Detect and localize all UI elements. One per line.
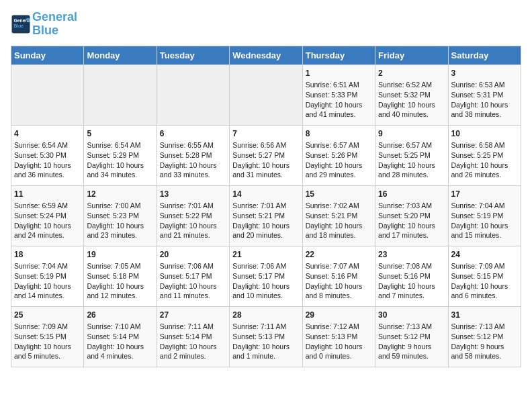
day-info: and 28 minutes.	[378, 170, 445, 180]
day-info: and 41 minutes.	[306, 109, 372, 120]
day-info: and 33 minutes.	[160, 170, 226, 180]
day-info: Sunrise: 7:06 AM	[160, 261, 226, 271]
day-info: Sunset: 5:25 PM	[378, 150, 445, 161]
week-row-3: 11Sunrise: 6:59 AMSunset: 5:24 PMDayligh…	[11, 185, 521, 246]
day-cell: 5Sunrise: 6:54 AMSunset: 5:29 PMDaylight…	[84, 125, 157, 185]
day-info: Sunrise: 6:58 AM	[451, 140, 518, 150]
day-info: and 12 minutes.	[87, 291, 153, 301]
day-info: Daylight: 10 hours	[378, 100, 445, 110]
day-info: Sunset: 5:32 PM	[378, 90, 445, 100]
day-number: 20	[160, 249, 226, 261]
day-info: Sunset: 5:12 PM	[378, 332, 445, 342]
day-info: Sunrise: 6:54 AM	[87, 140, 153, 150]
day-number: 21	[232, 249, 299, 261]
day-cell: 6Sunrise: 6:55 AMSunset: 5:28 PMDaylight…	[157, 125, 229, 185]
day-cell: 11Sunrise: 6:59 AMSunset: 5:24 PMDayligh…	[11, 185, 84, 246]
day-cell: 22Sunrise: 7:07 AMSunset: 5:16 PMDayligh…	[302, 246, 375, 306]
col-header-monday: Monday	[84, 46, 157, 64]
day-info: Daylight: 10 hours	[306, 221, 372, 231]
day-info: Sunset: 5:29 PM	[87, 150, 153, 161]
day-info: Sunset: 5:24 PM	[14, 211, 81, 221]
day-info: Sunset: 5:25 PM	[451, 150, 518, 161]
day-number: 4	[14, 128, 81, 140]
day-info: Sunrise: 7:09 AM	[451, 261, 518, 271]
day-info: and 58 minutes.	[451, 351, 518, 361]
day-cell: 2Sunrise: 6:52 AMSunset: 5:32 PMDaylight…	[375, 64, 448, 125]
day-info: Sunset: 5:13 PM	[232, 332, 299, 342]
day-cell: 25Sunrise: 7:09 AMSunset: 5:15 PMDayligh…	[11, 306, 84, 367]
day-cell: 29Sunrise: 7:12 AMSunset: 5:13 PMDayligh…	[302, 306, 375, 367]
day-cell: 15Sunrise: 7:02 AMSunset: 5:21 PMDayligh…	[302, 185, 375, 246]
day-info: Sunset: 5:33 PM	[306, 90, 372, 100]
day-cell	[230, 64, 302, 125]
day-number: 1	[306, 68, 372, 79]
day-info: Daylight: 10 hours	[232, 221, 299, 231]
day-number: 16	[378, 189, 445, 200]
day-info: and 5 minutes.	[14, 351, 81, 361]
day-info: Sunrise: 6:56 AM	[232, 140, 299, 150]
day-info: Sunrise: 7:12 AM	[306, 322, 372, 332]
day-info: Sunset: 5:14 PM	[160, 332, 226, 342]
day-cell: 9Sunrise: 6:57 AMSunset: 5:25 PMDaylight…	[375, 125, 448, 185]
logo-text: General Blue	[32, 11, 77, 38]
day-info: Sunset: 5:14 PM	[87, 332, 153, 342]
day-cell: 10Sunrise: 6:58 AMSunset: 5:25 PMDayligh…	[448, 125, 521, 185]
day-cell: 17Sunrise: 7:04 AMSunset: 5:19 PMDayligh…	[448, 185, 521, 246]
day-info: Sunset: 5:27 PM	[232, 150, 299, 161]
day-number: 15	[306, 189, 372, 200]
day-info: Sunrise: 6:52 AM	[378, 80, 445, 90]
day-cell: 19Sunrise: 7:05 AMSunset: 5:18 PMDayligh…	[84, 246, 157, 306]
day-info: and 2 minutes.	[160, 351, 226, 361]
logo-icon: General Blue	[11, 14, 31, 34]
day-info: Daylight: 10 hours	[87, 281, 153, 291]
day-cell: 3Sunrise: 6:53 AMSunset: 5:31 PMDaylight…	[448, 64, 521, 125]
day-number: 24	[451, 249, 518, 261]
day-info: and 23 minutes.	[87, 230, 153, 240]
day-info: Daylight: 10 hours	[14, 342, 81, 352]
calendar-table: SundayMondayTuesdayWednesdayThursdayFrid…	[11, 46, 521, 367]
day-info: Sunrise: 7:13 AM	[378, 322, 445, 332]
day-info: Sunset: 5:16 PM	[306, 271, 372, 281]
day-info: and 8 minutes.	[306, 291, 372, 301]
day-cell: 31Sunrise: 7:13 AMSunset: 5:12 PMDayligh…	[448, 306, 521, 367]
day-number: 31	[451, 310, 518, 321]
day-number: 3	[451, 68, 518, 79]
day-info: Sunrise: 6:51 AM	[306, 80, 372, 90]
day-number: 5	[87, 128, 153, 140]
day-cell: 27Sunrise: 7:11 AMSunset: 5:14 PMDayligh…	[157, 306, 229, 367]
day-cell: 23Sunrise: 7:08 AMSunset: 5:16 PMDayligh…	[375, 246, 448, 306]
col-header-thursday: Thursday	[302, 46, 375, 64]
day-info: Daylight: 10 hours	[451, 100, 518, 110]
day-info: Sunrise: 7:01 AM	[160, 201, 226, 211]
day-info: Sunset: 5:22 PM	[160, 211, 226, 221]
day-cell: 8Sunrise: 6:57 AMSunset: 5:26 PMDaylight…	[302, 125, 375, 185]
day-info: Sunset: 5:21 PM	[306, 211, 372, 221]
logo: General Blue General Blue	[11, 11, 77, 38]
day-number: 12	[87, 189, 153, 200]
week-row-5: 25Sunrise: 7:09 AMSunset: 5:15 PMDayligh…	[11, 306, 521, 367]
day-number: 17	[451, 189, 518, 200]
day-info: Sunset: 5:15 PM	[14, 332, 81, 342]
svg-text:Blue: Blue	[14, 23, 24, 28]
day-info: Sunrise: 7:04 AM	[451, 201, 518, 211]
day-info: Sunset: 5:19 PM	[451, 211, 518, 221]
day-info: Sunrise: 7:11 AM	[160, 322, 226, 332]
day-number: 30	[378, 310, 445, 321]
day-info: Sunset: 5:23 PM	[87, 211, 153, 221]
day-info: Sunset: 5:18 PM	[87, 271, 153, 281]
day-info: Sunrise: 6:59 AM	[14, 201, 81, 211]
day-info: Sunset: 5:31 PM	[451, 90, 518, 100]
day-info: Sunrise: 7:06 AM	[232, 261, 299, 271]
day-info: Sunset: 5:26 PM	[306, 150, 372, 161]
day-info: Daylight: 10 hours	[306, 161, 372, 171]
day-number: 7	[232, 128, 299, 140]
day-info: and 11 minutes.	[160, 291, 226, 301]
day-number: 19	[87, 249, 153, 261]
day-info: Sunrise: 6:57 AM	[378, 140, 445, 150]
col-header-sunday: Sunday	[11, 46, 84, 64]
day-cell: 18Sunrise: 7:04 AMSunset: 5:19 PMDayligh…	[11, 246, 84, 306]
day-cell: 14Sunrise: 7:01 AMSunset: 5:21 PMDayligh…	[230, 185, 302, 246]
col-header-friday: Friday	[375, 46, 448, 64]
day-info: and 24 minutes.	[14, 230, 81, 240]
day-info: Daylight: 10 hours	[306, 100, 372, 110]
